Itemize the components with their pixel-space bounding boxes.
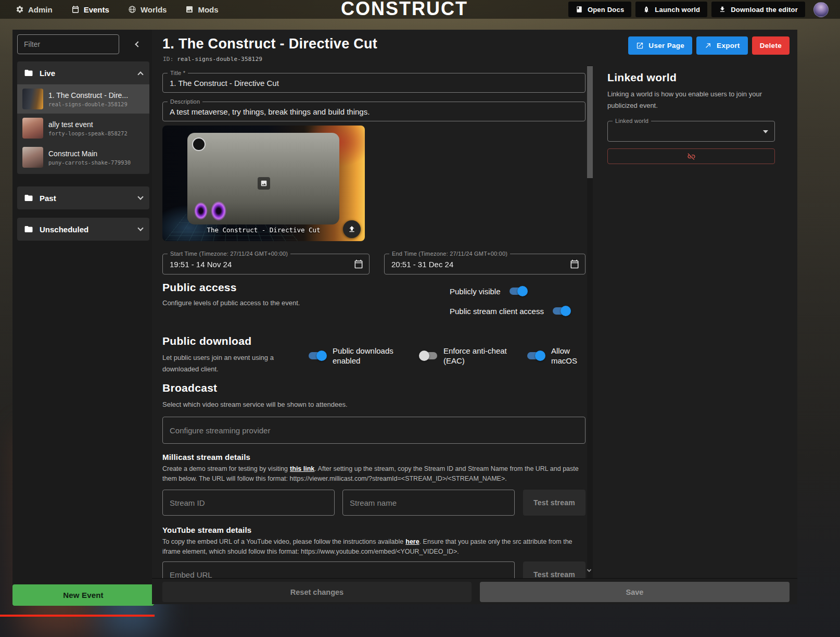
export-icon — [704, 42, 712, 49]
event-list-item[interactable]: Construct Main puny-carrots-shake-779930 — [17, 143, 149, 172]
event-thumbnail — [22, 89, 43, 109]
form-footer: Reset changes Save — [152, 578, 797, 604]
linked-world-heading: Linked world — [607, 71, 677, 84]
nav-item-worlds[interactable]: Worlds — [128, 5, 167, 14]
docs-icon — [576, 6, 583, 13]
event-thumbnail — [22, 118, 43, 139]
nav-item-events[interactable]: Events — [71, 5, 109, 14]
start-time-input[interactable] — [163, 254, 369, 274]
scrollbar-thumb[interactable] — [587, 66, 593, 178]
anti-cheat-toggle[interactable] — [419, 351, 438, 361]
public-access-description: Configure levels of public access to the… — [162, 297, 300, 309]
chevron-down-icon — [137, 194, 143, 199]
millicast-link[interactable]: this link — [290, 465, 314, 472]
public-downloads-toggle[interactable] — [308, 351, 327, 361]
nav-label: Mods — [198, 5, 218, 14]
start-time-label: Start Time (Timezone: 27/11/24 GMT+00:00… — [168, 251, 290, 257]
section-label: Live — [40, 69, 55, 78]
millicast-test-stream-button[interactable]: Test stream — [523, 490, 586, 516]
section-past-header[interactable]: Past — [17, 186, 149, 209]
delete-label: Delete — [760, 42, 782, 49]
nav-item-admin[interactable]: Admin — [16, 5, 53, 14]
millicast-heading: Millicast stream details — [162, 453, 250, 461]
event-list-item[interactable]: ally test event forty-loops-speak-858272 — [17, 114, 149, 143]
stream-id-input[interactable] — [163, 490, 334, 515]
toggle-thumb — [316, 351, 327, 361]
stream-client-access-toggle[interactable] — [552, 306, 571, 316]
download-editor-label: Download the editor — [731, 6, 798, 14]
calendar-icon[interactable] — [353, 259, 364, 269]
export-button[interactable]: Export — [696, 36, 748, 55]
header-actions: User Page Export Delete — [628, 36, 790, 55]
image-icon — [185, 5, 194, 14]
download-editor-button[interactable]: Download the editor — [711, 2, 805, 17]
event-id-line: ID: real-signs-double-358129 — [163, 56, 262, 63]
nav-label: Events — [84, 5, 109, 14]
event-meta: ally test event forty-loops-speak-858272 — [48, 120, 128, 136]
bottom-red-indicator — [0, 615, 155, 617]
toggle-thumb — [535, 351, 545, 361]
millicast-text: Create a demo stream for testing by visi… — [162, 465, 288, 472]
open-docs-label: Open Docs — [588, 6, 624, 14]
publicly-visible-toggle[interactable] — [509, 286, 528, 296]
calendar-icon — [71, 5, 80, 14]
stream-id-field — [162, 490, 335, 516]
event-detail-panel: 1. The Construct - Directive Cut ID: rea… — [152, 30, 797, 604]
description-input[interactable] — [163, 102, 585, 121]
upload-image-button[interactable] — [343, 220, 361, 238]
chevron-down-icon — [137, 225, 143, 231]
linked-world-input[interactable] — [608, 121, 774, 141]
stream-name-input[interactable] — [343, 490, 514, 515]
user-page-button[interactable]: User Page — [628, 36, 692, 55]
nav-label: Admin — [28, 5, 53, 14]
external-link-icon — [636, 42, 644, 49]
youtube-link[interactable]: here — [405, 538, 419, 545]
event-list-item[interactable]: 1. The Construct - Dire... real-signs-do… — [17, 84, 149, 114]
anti-cheat-group: Enforce anti-cheat (EAC) — [419, 346, 521, 366]
filter-input[interactable] — [18, 35, 119, 54]
section-live-header[interactable]: Live — [17, 61, 149, 84]
description-field: Description — [162, 102, 586, 121]
nav-item-mods[interactable]: Mods — [185, 5, 218, 14]
image-caption: The Construct - Directive Cut — [162, 226, 365, 234]
launch-world-button[interactable]: Launch world — [635, 2, 707, 17]
toggle-label: Publicly visible — [450, 286, 501, 296]
reset-changes-button[interactable]: Reset changes — [162, 582, 472, 602]
youtube-heading: YouTube stream details — [162, 526, 251, 534]
section-label: Unscheduled — [40, 225, 88, 234]
toggle-thumb — [561, 306, 571, 316]
folder-icon — [24, 224, 33, 234]
delete-button[interactable]: Delete — [752, 36, 790, 55]
start-time-field: Start Time (Timezone: 27/11/24 GMT+00:00… — [162, 254, 370, 274]
sidebar-collapse-button[interactable] — [131, 38, 145, 51]
event-thumbnail — [22, 147, 43, 168]
unlink-world-button[interactable] — [607, 148, 775, 164]
section-unscheduled-header[interactable]: Unscheduled — [17, 218, 149, 241]
allow-macos-toggle[interactable] — [527, 351, 545, 361]
filter-row — [12, 30, 154, 54]
save-button[interactable]: Save — [480, 582, 790, 602]
public-downloads-group: Public downloads enabled — [308, 346, 404, 366]
topbar-actions: Open Docs Launch world Download the edit… — [568, 2, 829, 17]
section-unscheduled: Unscheduled — [17, 218, 149, 241]
event-id: real-signs-double-358129 — [48, 101, 128, 107]
public-download-description: Let public users join an event using a d… — [162, 352, 281, 375]
public-download-heading: Public download — [162, 335, 251, 347]
toggle-label: Enforce anti-cheat (EAC) — [443, 346, 521, 366]
scrollbar-down-arrow[interactable] — [588, 567, 591, 576]
filter-field — [17, 34, 119, 54]
user-avatar[interactable] — [813, 2, 829, 17]
stream-name-field — [342, 490, 515, 516]
export-label: Export — [717, 42, 740, 49]
linked-world-select[interactable]: Linked world — [607, 121, 775, 142]
page-title: 1. The Construct - Directive Cut — [162, 36, 377, 52]
public-access-heading: Public access — [162, 281, 237, 294]
end-time-input[interactable] — [385, 254, 585, 274]
new-event-button[interactable]: New Event — [12, 584, 154, 606]
calendar-icon[interactable] — [569, 259, 580, 269]
open-docs-button[interactable]: Open Docs — [568, 2, 631, 17]
download-icon — [719, 6, 726, 13]
title-input[interactable] — [163, 73, 585, 92]
scrollbar[interactable] — [587, 65, 593, 578]
streaming-provider-input[interactable] — [163, 417, 585, 443]
